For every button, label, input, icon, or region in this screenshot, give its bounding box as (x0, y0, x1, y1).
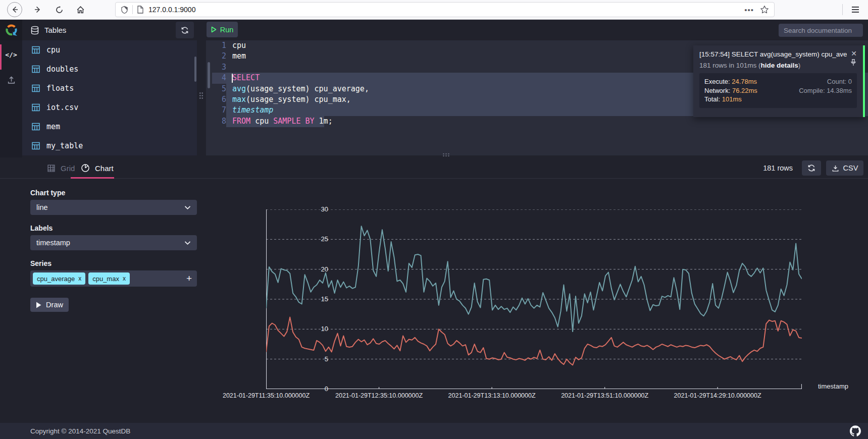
run-play-icon (211, 26, 217, 33)
run-query-button[interactable]: Run (207, 22, 238, 37)
labels-value: timestamp (36, 239, 70, 247)
pie-chart-icon (81, 163, 90, 173)
series-input[interactable]: cpu_averagexcpu_maxx+ (30, 270, 197, 287)
series-tag-cpu_average[interactable]: cpu_averagex (33, 272, 85, 285)
y-tick-30: 30 (311, 205, 328, 213)
total-value: 101ms (722, 95, 742, 103)
table-name: doubles (46, 65, 78, 74)
labels-label: Labels (30, 224, 53, 232)
footer: Copyright © 2014-2021 QuestDB (0, 423, 868, 439)
line-number: 6 (212, 94, 226, 105)
notification-pin-icon[interactable] (850, 59, 856, 68)
chevron-down-icon (184, 241, 191, 245)
x-tick-4: 2021-01-29T14:29:10.000000Z (674, 392, 761, 399)
code-icon: </> (5, 51, 17, 59)
table-icon (31, 45, 40, 54)
table-name: floats (46, 84, 74, 93)
sidebar-resize-handle[interactable] (199, 92, 203, 100)
code-line-8: 8FROM cpu SAMPLE BY 1m; (206, 116, 868, 127)
labels-select[interactable]: timestamp (30, 235, 197, 250)
y-tick-15: 15 (311, 295, 328, 303)
line-number: 5 (212, 84, 226, 94)
table-item-floats[interactable]: floats (22, 79, 197, 98)
table-item-doubles[interactable]: doubles (22, 60, 197, 79)
line-number: 1 (212, 40, 226, 51)
refresh-icon (181, 26, 189, 34)
search-documentation-input[interactable]: Search documentation (779, 24, 863, 37)
query-notification-panel: [15:57:54] SELECT avg(usage_system) cpu_… (693, 45, 865, 117)
tab-chart-label: Chart (95, 164, 114, 173)
refresh-results-button[interactable] (802, 160, 821, 176)
compile-value: 14.38ms (827, 87, 852, 94)
series-label: Series (30, 259, 52, 267)
bookmark-star-icon[interactable] (760, 5, 769, 14)
csv-button-label: CSV (843, 164, 858, 172)
table-name: my_table (46, 141, 83, 150)
notification-query-title: [15:57:54] SELECT avg(usage_system) cpu_… (699, 50, 847, 58)
url-bar[interactable]: 127.0.0.1:9000 ••• (115, 2, 775, 17)
chart-type-value: line (36, 203, 48, 211)
copyright-text: Copyright © 2014-2021 QuestDB (30, 427, 130, 435)
app-header: Tables Run Search documentation (0, 20, 868, 40)
execute-label: Execute: (704, 78, 730, 85)
y-tick-25: 25 (311, 235, 328, 243)
line-number: 3 (212, 62, 226, 73)
tables-scrollbar[interactable] (194, 57, 196, 82)
remove-series-icon[interactable]: x (123, 275, 126, 282)
x-tick-2: 2021-01-29T13:13:10.000000Z (448, 392, 536, 399)
questdb-logo-icon (5, 23, 18, 37)
table-item-my_table[interactable]: my_table (22, 136, 197, 155)
x-tick-0: 2021-01-29T11:35:10.000000Z (223, 392, 310, 399)
tab-grid[interactable]: Grid (47, 157, 75, 179)
table-item-iot.csv[interactable]: iot.csv (22, 98, 197, 117)
editor-scrollbar[interactable] (208, 62, 210, 88)
url-text[interactable]: 127.0.0.1:9000 (148, 6, 744, 14)
import-view-button[interactable] (0, 70, 22, 90)
notification-close-icon[interactable]: ✕ (851, 49, 857, 58)
browser-back-button[interactable] (7, 2, 22, 17)
home-icon (76, 6, 85, 14)
hide-details-link[interactable]: hide details (761, 62, 798, 69)
search-documentation-placeholder: Search documentation (784, 27, 852, 34)
network-label: Network: (704, 87, 730, 94)
network-value: 76.22ms (732, 87, 757, 94)
tables-refresh-button[interactable] (176, 22, 194, 38)
download-csv-button[interactable]: CSV (826, 160, 863, 176)
series-tag-label: cpu_max (92, 275, 119, 283)
remove-series-icon[interactable]: x (78, 275, 81, 282)
questdb-logo[interactable] (0, 20, 22, 40)
reload-icon (55, 6, 64, 14)
toolbar-divider (842, 4, 843, 15)
page-actions-icon[interactable]: ••• (744, 6, 754, 14)
browser-forward-button[interactable] (29, 1, 46, 18)
tab-chart[interactable]: Chart (81, 157, 114, 179)
x-tick-3: 2021-01-29T13:51:10.000000Z (561, 392, 648, 399)
tab-grid-label: Grid (61, 164, 75, 173)
table-icon (31, 141, 40, 150)
tables-panel-header: Tables (22, 20, 197, 40)
draw-button-label: Draw (46, 301, 63, 309)
console-view-button[interactable]: </> (0, 44, 22, 65)
line-number: 7 (212, 105, 226, 116)
browser-home-button[interactable] (72, 1, 89, 18)
line-chart (266, 209, 802, 389)
chart-type-select[interactable]: line (30, 200, 197, 215)
add-series-button[interactable]: + (186, 273, 192, 284)
chart-area: 051015202530 2021-01-29T11:35:10.000000Z… (217, 179, 868, 423)
y-tick-20: 20 (311, 265, 328, 273)
browser-menu-button[interactable] (847, 1, 864, 18)
github-link[interactable] (850, 425, 861, 436)
editor-cursor (232, 74, 233, 83)
table-item-cpu[interactable]: cpu (22, 40, 197, 60)
chart-type-label: Chart type (30, 189, 65, 197)
notification-summary-prefix: 181 rows in 101ms ( (699, 62, 761, 69)
table-item-mem[interactable]: mem (22, 117, 197, 136)
editor-resize-handle[interactable] (442, 153, 450, 157)
draw-chart-button[interactable]: Draw (30, 298, 69, 312)
browser-reload-button[interactable] (50, 1, 68, 18)
upload-icon (7, 76, 16, 84)
count-label: Count: (827, 78, 846, 85)
table-name: cpu (46, 45, 60, 54)
series-tag-cpu_max[interactable]: cpu_maxx (88, 272, 130, 285)
line-number: 4 (212, 73, 226, 83)
